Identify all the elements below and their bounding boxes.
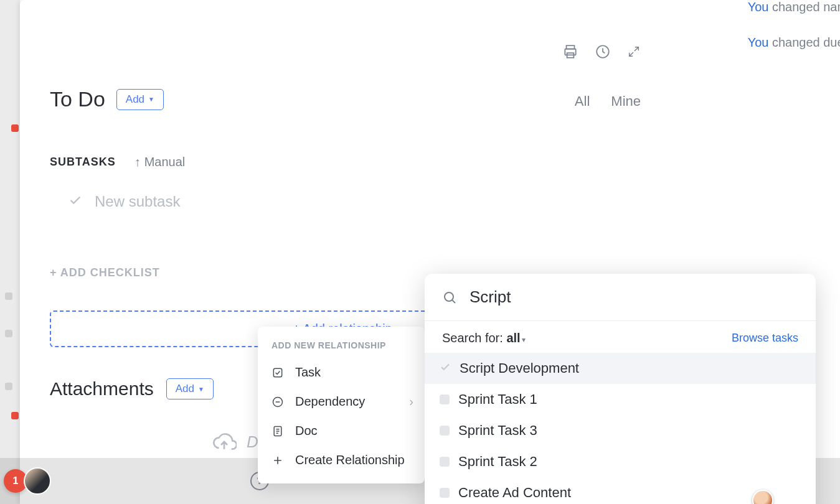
search-result[interactable]: Sprint Task 3 xyxy=(425,415,816,446)
option-label: Task xyxy=(295,365,321,380)
relationship-popover: ADD NEW RELATIONSHIP Task Dependency › D… xyxy=(258,327,425,483)
check-icon[interactable] xyxy=(68,194,82,210)
subtask-sort[interactable]: ↑ Manual xyxy=(134,155,186,169)
attachments-title: Attachments xyxy=(50,378,154,399)
popover-header: ADD NEW RELATIONSHIP xyxy=(258,340,425,358)
chevron-down-icon: ▾ xyxy=(522,335,526,344)
status-dot xyxy=(5,292,12,300)
relationship-option-create[interactable]: Create Relationship xyxy=(258,446,425,475)
tab-mine[interactable]: Mine xyxy=(611,93,641,110)
result-label: Sprint Task 1 xyxy=(458,391,537,408)
scope-value: all xyxy=(506,331,520,345)
search-result[interactable]: Script Development xyxy=(425,353,816,384)
activity-user: You xyxy=(748,35,769,49)
doc-icon xyxy=(271,425,284,437)
option-label: Create Relationship xyxy=(295,453,405,467)
activity-log: You changed name : Inter You changed due… xyxy=(748,0,840,71)
print-icon[interactable] xyxy=(562,44,578,62)
left-sidebar-strip xyxy=(0,0,20,504)
task-search-popover: Search for: all▾ Browse tasks Script Dev… xyxy=(425,274,816,504)
search-results: Script Development Sprint Task 1 Sprint … xyxy=(425,350,816,504)
status-box-icon xyxy=(440,394,450,404)
relationship-option-task[interactable]: Task xyxy=(258,358,425,387)
add-attachment-button[interactable]: Add ▼ xyxy=(166,378,214,399)
search-row xyxy=(425,274,816,321)
history-icon[interactable] xyxy=(595,44,611,62)
chevron-right-icon: › xyxy=(409,394,413,409)
status-box-icon xyxy=(440,488,450,498)
status-dot xyxy=(11,412,19,419)
status-box-icon xyxy=(440,426,450,436)
subtasks-label: SUBTASKS xyxy=(50,156,116,169)
new-subtask-input[interactable] xyxy=(95,193,281,210)
check-icon xyxy=(440,360,451,376)
arrow-up-icon: ↑ xyxy=(134,155,141,169)
status-dot xyxy=(5,383,12,390)
avatar-cluster: 1 xyxy=(4,467,51,495)
subtasks-header: SUBTASKS ↑ Manual xyxy=(50,155,840,169)
result-label: Script Development xyxy=(460,360,579,376)
activity-filter-tabs: All Mine xyxy=(575,93,641,110)
result-label: Sprint Task 3 xyxy=(458,422,537,439)
status-dot xyxy=(11,124,19,132)
activity-action: changed due date fro xyxy=(772,35,840,49)
activity-entry: You changed due date fro xyxy=(748,35,840,50)
search-meta-row: Search for: all▾ Browse tasks xyxy=(425,321,816,350)
status-header: To Do Add ▼ xyxy=(50,87,840,111)
svg-rect-4 xyxy=(273,368,281,376)
add-button[interactable]: Add ▼ xyxy=(116,89,164,110)
plus-icon xyxy=(271,454,284,467)
dependency-icon xyxy=(271,396,284,408)
status-box-icon xyxy=(440,457,450,467)
result-label: Sprint Task 2 xyxy=(458,454,537,470)
caret-down-icon: ▼ xyxy=(198,386,204,393)
upload-cloud-icon xyxy=(212,429,237,454)
caret-down-icon: ▼ xyxy=(148,96,154,103)
task-icon xyxy=(271,366,284,379)
search-input[interactable] xyxy=(470,287,798,307)
activity-action: changed name : xyxy=(772,0,840,14)
activity-entry: You changed name : Inter xyxy=(748,0,840,14)
search-scope[interactable]: Search for: all▾ xyxy=(442,331,526,345)
browse-tasks-link[interactable]: Browse tasks xyxy=(732,332,798,345)
result-label: Create Ad Content xyxy=(458,485,571,501)
status-dot xyxy=(5,330,12,337)
panel-actions xyxy=(562,44,641,62)
option-label: Doc xyxy=(295,424,318,438)
search-result[interactable]: Sprint Task 1 xyxy=(425,384,816,415)
relationship-option-dependency[interactable]: Dependency › xyxy=(258,387,425,416)
search-for-label: Search for: xyxy=(442,331,506,345)
add-button-label: Add xyxy=(126,93,144,106)
option-label: Dependency xyxy=(295,394,365,409)
expand-icon[interactable] xyxy=(627,45,641,61)
activity-user: You xyxy=(748,0,769,14)
status-title: To Do xyxy=(50,87,105,111)
add-attachment-label: Add xyxy=(176,383,194,395)
avatar[interactable] xyxy=(24,467,51,495)
search-result[interactable]: Sprint Task 2 xyxy=(425,446,816,477)
tab-all[interactable]: All xyxy=(575,93,590,110)
svg-point-7 xyxy=(445,292,453,301)
search-icon xyxy=(442,290,457,305)
relationship-option-doc[interactable]: Doc xyxy=(258,416,425,446)
sort-label: Manual xyxy=(144,155,186,169)
new-subtask-row xyxy=(68,193,840,210)
